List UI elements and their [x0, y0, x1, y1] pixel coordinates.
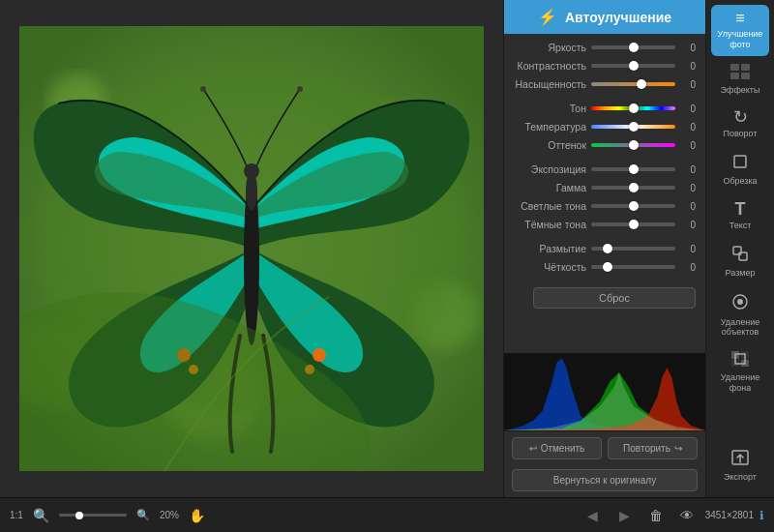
svg-rect-17 — [730, 64, 739, 71]
remove-objects-icon — [730, 292, 750, 314]
tool-export[interactable]: Экспорт — [711, 443, 769, 488]
export-tool-label: Экспорт — [724, 472, 757, 483]
remove-bg-icon — [731, 351, 749, 369]
file-dimensions: 3451×2801 — [705, 510, 754, 520]
tint-track[interactable] — [591, 143, 675, 147]
zoom-slider[interactable] — [59, 514, 127, 517]
gamma-value: 0 — [680, 183, 696, 193]
svg-point-11 — [297, 86, 303, 92]
undo-button[interactable]: ↩ Отменить — [512, 437, 602, 459]
butterfly-image — [19, 26, 484, 471]
sharpness-value: 0 — [680, 262, 696, 273]
next-image-button[interactable]: ▶ — [613, 506, 636, 525]
brightness-row: Яркость 0 — [514, 42, 696, 53]
highlights-track[interactable] — [591, 204, 675, 208]
resize-tool-label: Размер — [726, 268, 756, 279]
zoom-in-icon[interactable]: 🔍 — [133, 507, 154, 523]
crop-tool-icon — [731, 153, 749, 173]
shadows-track[interactable] — [591, 222, 675, 226]
exposure-value: 0 — [680, 164, 696, 175]
bottom-bar: 1:1 🔍 🔍 20% ✋ ◀ ▶ 🗑 👁 3451×2801 ℹ — [0, 497, 774, 532]
eye-icon[interactable]: 👁 — [676, 506, 698, 525]
tool-resize[interactable]: Размер — [711, 239, 769, 284]
histogram — [504, 353, 705, 430]
enhance-tool-icon: ≡ — [735, 11, 744, 26]
undo-label: Отменить — [541, 443, 585, 454]
zoom-out-icon[interactable]: 🔍 — [29, 506, 53, 525]
contrast-label: Контрастность — [514, 60, 586, 72]
contrast-track[interactable] — [591, 64, 675, 68]
saturation-label: Насыщенность — [514, 78, 586, 90]
blur-label: Размытие — [514, 243, 586, 254]
tool-text[interactable]: T Текст — [711, 194, 769, 237]
svg-rect-18 — [741, 64, 750, 71]
resize-tool-icon — [731, 245, 749, 265]
tint-row: Оттенок 0 — [514, 139, 696, 151]
effects-tool-label: Эффекты — [721, 85, 760, 96]
info-icon[interactable]: ℹ — [759, 509, 764, 522]
blur-value: 0 — [680, 244, 696, 254]
panel-title: Автоулучшение — [565, 10, 671, 25]
tone-row: Тон 0 — [514, 103, 696, 114]
rotate-tool-label: Поворот — [723, 129, 757, 139]
tone-track[interactable] — [591, 106, 675, 110]
highlights-row: Светлые тона 0 — [514, 200, 696, 212]
blur-row: Размытие 0 — [514, 243, 696, 254]
bottom-center: ◀ ▶ 🗑 👁 — [581, 506, 698, 525]
hand-tool-icon[interactable]: ✋ — [185, 506, 209, 525]
brightness-value: 0 — [680, 43, 696, 53]
reset-btn-wrap: Сброс — [514, 280, 696, 316]
contrast-value: 0 — [680, 61, 696, 72]
saturation-row: Насыщенность 0 — [514, 78, 696, 90]
reset-button[interactable]: Сброс — [533, 287, 696, 309]
effects-tool-icon — [730, 64, 750, 82]
sliders-area: Яркость 0 Контрастность 0 — [504, 34, 705, 353]
sharpness-row: Чёткость 0 — [514, 261, 696, 273]
redo-label: Повторить — [623, 443, 670, 454]
back-to-original-button[interactable]: Вернуться к оригиналу — [512, 469, 698, 491]
gamma-track[interactable] — [591, 186, 675, 190]
tool-remove-objects[interactable]: Удалениеобъектов — [711, 286, 769, 344]
text-tool-label: Текст — [729, 221, 752, 231]
histogram-svg — [504, 353, 705, 430]
tool-enhance[interactable]: ≡ Улучшениефото — [711, 5, 769, 56]
sharpness-track[interactable] — [591, 265, 675, 269]
crop-tool-label: Обрезка — [723, 176, 757, 187]
sharpness-label: Чёткость — [514, 261, 586, 273]
svg-point-25 — [737, 299, 743, 305]
center-panel: ⚡ Автоулучшение Яркость 0 Контрастность — [503, 0, 706, 497]
redo-icon: ↪ — [674, 443, 682, 454]
panel-header: ⚡ Автоулучшение — [504, 0, 705, 34]
text-tool-icon: T — [735, 200, 746, 218]
bottom-right: 3451×2801 ℹ — [705, 509, 764, 522]
tool-crop[interactable]: Обрезка — [711, 147, 769, 192]
contrast-row: Контрастность 0 — [514, 60, 696, 72]
tint-label: Оттенок — [514, 139, 586, 151]
highlights-label: Светлые тона — [514, 200, 586, 212]
gamma-row: Гамма 0 — [514, 182, 696, 193]
rotate-tool-icon: ↻ — [733, 108, 748, 126]
undo-icon: ↩ — [529, 443, 537, 454]
shadows-label: Тёмные тона — [514, 219, 586, 230]
prev-image-button[interactable]: ◀ — [581, 506, 604, 525]
shadows-row: Тёмные тона 0 — [514, 219, 696, 230]
zoom-percent-label: 20% — [160, 510, 179, 520]
brightness-track[interactable] — [591, 45, 675, 49]
canvas-area — [0, 0, 503, 497]
redo-button[interactable]: Повторить ↪ — [608, 437, 698, 459]
remove-bg-label: Удалениефона — [721, 372, 760, 394]
tool-effects[interactable]: Эффекты — [711, 58, 769, 102]
zoom-ratio-label: 1:1 — [10, 510, 23, 520]
tool-remove-bg[interactable]: Удалениефона — [711, 345, 769, 399]
temperature-track[interactable] — [591, 125, 675, 129]
tool-rotate[interactable]: ↻ Поворот — [711, 103, 769, 145]
blur-track[interactable] — [591, 247, 675, 251]
tone-label: Тон — [514, 103, 586, 114]
saturation-track[interactable] — [591, 82, 675, 86]
temperature-label: Температура — [514, 121, 586, 133]
brightness-label: Яркость — [514, 42, 586, 53]
temperature-row: Температура 0 — [514, 121, 696, 133]
exposure-track[interactable] — [591, 167, 675, 171]
delete-image-button[interactable]: 🗑 — [645, 506, 667, 525]
saturation-value: 0 — [680, 79, 696, 90]
